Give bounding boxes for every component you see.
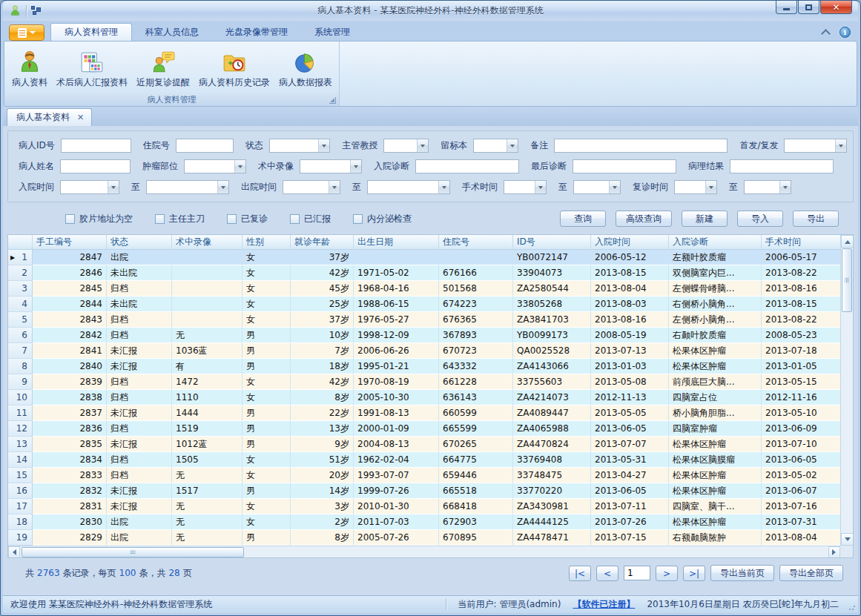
dialog-launcher-icon[interactable] <box>329 97 336 104</box>
column-header[interactable]: 性别 <box>243 235 291 250</box>
ribbon-button-patient-info[interactable]: 病人资料 <box>7 46 52 92</box>
table-row[interactable]: 122836归档1519男13岁2000-01-09665599ZA406598… <box>8 421 840 437</box>
column-header[interactable]: 住院号 <box>439 235 513 250</box>
column-header[interactable]: 状态 <box>107 235 172 250</box>
column-header[interactable]: 手工编号 <box>33 235 107 250</box>
advanced-query-button[interactable]: 高级查询 <box>616 211 672 227</box>
chevron-down-icon[interactable] <box>318 139 329 152</box>
chevron-down-icon[interactable] <box>779 181 791 193</box>
column-header[interactable]: 就诊年龄 <box>291 235 354 250</box>
table-row[interactable]: 182830出院无女2岁2011-07-03672903ZA4444125201… <box>8 514 840 530</box>
chevron-down-icon[interactable] <box>350 160 361 173</box>
table-row[interactable]: 162832未汇报1517男14岁1999-07-266655183377022… <box>8 483 840 499</box>
scroll-down-icon[interactable] <box>841 533 854 546</box>
maximize-button[interactable] <box>798 1 819 14</box>
supervising-professor-combo[interactable] <box>383 139 429 153</box>
scroll-left-icon[interactable] <box>8 546 20 558</box>
collapse-ribbon-icon[interactable] <box>820 29 831 36</box>
table-row[interactable]: 62842归档无男10岁1998-12-09367893YB0099173200… <box>8 328 840 343</box>
followup-date-to-combo[interactable] <box>744 180 791 194</box>
new-button[interactable]: 新建 <box>682 211 728 227</box>
intraop-video-combo[interactable] <box>300 159 362 173</box>
export-current-page-button[interactable]: 导出当前页 <box>710 565 774 581</box>
reported-checkbox[interactable]: 已汇报 <box>290 213 331 225</box>
vertical-scrollbar[interactable] <box>840 235 853 546</box>
remarks-input[interactable] <box>554 139 728 153</box>
chief-surgeon-operated-checkbox[interactable]: 主任主刀 <box>155 213 205 225</box>
ribbon-tab-patient-data-management[interactable]: 病人资料管理 <box>50 23 132 41</box>
resize-grip[interactable] <box>848 603 856 611</box>
export-button[interactable]: 导出 <box>793 211 839 227</box>
table-row[interactable]: 42844未出院女25岁1988-06-15674223338052682013… <box>8 297 840 312</box>
ribbon-button-postop-report-data[interactable]: 术后病人汇报资料 <box>52 46 132 92</box>
ribbon-tab-system-management[interactable]: 系统管理 <box>301 23 363 41</box>
chevron-down-icon[interactable] <box>835 139 846 152</box>
table-row[interactable]: 72841未汇报1036蓝男7岁2006-06-26670723QA002552… <box>8 343 840 359</box>
ribbon-button-patient-history[interactable]: 病人资料历史记录 <box>194 46 274 92</box>
admission-date-from-combo[interactable] <box>60 180 119 194</box>
table-row[interactable]: ▶12847出院女37岁YB00721472006-05-12左额叶胶质瘤200… <box>8 250 840 265</box>
registered-link[interactable]: 【软件已注册】 <box>573 598 635 611</box>
table-row[interactable]: 192829出院无男8岁2005-07-26670895ZA4478471201… <box>8 530 840 546</box>
column-header[interactable]: 手术时间 <box>762 235 840 250</box>
status-combo[interactable] <box>269 139 331 153</box>
table-row[interactable]: 82840未汇报有男18岁1995-01-21643332ZA414306620… <box>8 359 840 374</box>
ribbon-button-patient-data-report[interactable]: 病人数据报表 <box>274 46 337 92</box>
followed-up-checkbox[interactable]: 已复诊 <box>227 213 268 225</box>
pathology-result-input[interactable] <box>730 159 834 173</box>
table-row[interactable]: 102838归档1110女8岁2005-10-30636143ZA4214073… <box>8 390 840 405</box>
ribbon-tab-disc-video-management[interactable]: 光盘录像带管理 <box>212 23 301 41</box>
endocrine-exam-checkbox[interactable]: 内分泌检查 <box>353 213 412 225</box>
column-header[interactable]: ID号 <box>513 235 591 250</box>
table-row[interactable]: 132835未汇报1012蓝男9岁2004-08-13670265ZA44708… <box>8 437 840 452</box>
info-icon[interactable]: i <box>839 27 851 38</box>
tab-patient-basic-info[interactable]: 病人基本资料 ✕ <box>7 108 92 126</box>
admission-number-input[interactable] <box>176 139 234 153</box>
export-all-pages-button[interactable]: 导出全部页 <box>779 565 843 581</box>
followup-date-from-combo[interactable] <box>674 180 717 194</box>
table-row[interactable]: 152833归档无女20岁1993-07-0765944633748475201… <box>8 468 840 483</box>
column-header[interactable]: 入院时间 <box>591 235 669 250</box>
chevron-down-icon[interactable] <box>535 181 546 193</box>
horizontal-scroll-thumb[interactable] <box>22 547 244 557</box>
chevron-down-icon[interactable] <box>705 181 716 193</box>
patient-id-input[interactable] <box>61 139 131 153</box>
chevron-down-icon[interactable] <box>507 139 518 152</box>
close-button[interactable]: ✕ <box>820 1 852 14</box>
page-number-input[interactable] <box>624 566 650 580</box>
film-address-empty-checkbox[interactable]: 胶片地址为空 <box>65 213 133 225</box>
table-row[interactable]: 22846未出院女42岁1971-05-02676166339040732013… <box>8 265 840 281</box>
app-logo-icon[interactable] <box>9 4 22 17</box>
chevron-down-icon[interactable] <box>217 181 228 193</box>
query-button[interactable]: 查询 <box>560 211 606 227</box>
column-header[interactable]: 术中录像 <box>172 235 243 250</box>
chevron-down-icon[interactable] <box>234 160 245 173</box>
patient-name-input[interactable] <box>60 159 131 173</box>
next-page-button[interactable]: > <box>656 566 678 581</box>
ribbon-tab-department-staff-info[interactable]: 科室人员信息 <box>132 23 212 41</box>
horizontal-scrollbar[interactable] <box>8 546 840 557</box>
discharge-date-from-combo[interactable] <box>283 180 340 194</box>
discharge-date-to-combo[interactable] <box>367 180 450 194</box>
first-page-button[interactable]: |< <box>569 566 591 581</box>
table-row[interactable]: 32845归档女45岁1968-04-16501568ZA25805442013… <box>8 281 840 297</box>
table-row[interactable]: 112837未汇报1444男22岁1991-08-13660599ZA40894… <box>8 405 840 421</box>
vertical-scroll-thumb[interactable] <box>842 248 852 312</box>
chevron-down-icon[interactable] <box>329 181 340 193</box>
quick-access-blocks-icon[interactable] <box>31 6 42 16</box>
admission-date-to-combo[interactable] <box>146 180 229 194</box>
first-or-recurrence-combo[interactable] <box>784 139 847 153</box>
chevron-down-icon[interactable] <box>108 181 119 193</box>
table-row[interactable]: 172831未汇报无女3岁2010-01-30668418ZA343098120… <box>8 499 840 514</box>
table-row[interactable]: 142834归档1505女51岁1962-02-0466477533769408… <box>8 452 840 468</box>
table-row[interactable]: 52843归档女37岁1976-05-27676365ZA38417032013… <box>8 312 840 328</box>
specimen-kept-combo[interactable] <box>473 139 518 153</box>
chevron-down-icon[interactable] <box>609 181 620 193</box>
chevron-down-icon[interactable] <box>438 181 449 193</box>
column-header[interactable]: 出生日期 <box>354 235 439 250</box>
chevron-down-icon[interactable] <box>417 139 428 152</box>
surgery-date-to-combo[interactable] <box>573 180 621 194</box>
ribbon-button-followup-reminder[interactable]: 近期复诊提醒 <box>132 46 194 92</box>
tumor-site-combo[interactable] <box>184 159 246 173</box>
table-row[interactable]: 92839归档1472女42岁1970-08-19661228337556032… <box>8 374 840 390</box>
